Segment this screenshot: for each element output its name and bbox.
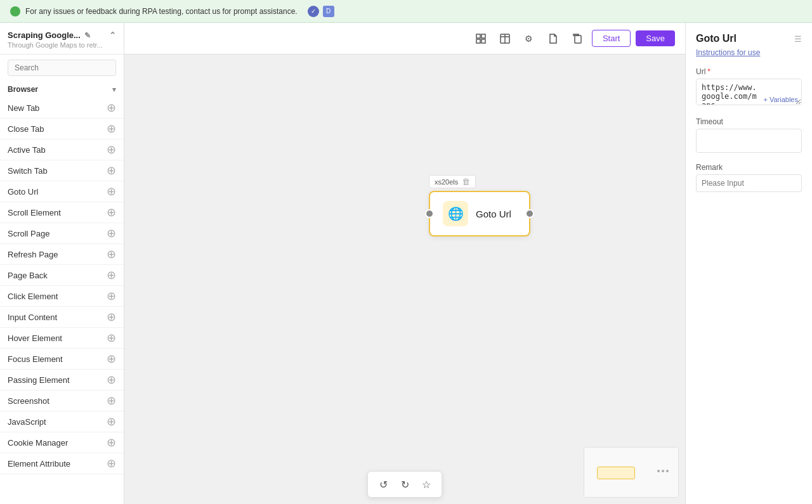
sidebar-item-label: Refresh Page [8, 250, 58, 259]
sidebar-item[interactable]: Input Content⊕ [0, 307, 124, 328]
add-item-icon[interactable]: ⊕ [107, 395, 116, 406]
node-tag: xs20els 🗑 [429, 175, 476, 188]
add-item-icon[interactable]: ⊕ [107, 353, 116, 365]
copy-icon[interactable] [568, 29, 587, 48]
grid-icon[interactable] [471, 29, 490, 48]
sidebar-item[interactable]: Focus Element⊕ [0, 349, 124, 370]
add-item-icon[interactable]: ⊕ [107, 165, 116, 176]
sidebar-item-label: Close Tab [8, 124, 44, 134]
sidebar-item-label: Focus Element [8, 354, 63, 364]
add-item-icon[interactable]: ⊕ [107, 228, 116, 239]
svg-rect-7 [575, 36, 581, 43]
sidebar-item[interactable]: Hover Element⊕ [0, 328, 124, 349]
instructions-link[interactable]: Instructions for use [696, 48, 802, 57]
settings-icon[interactable]: ⚙ [520, 29, 539, 48]
timeout-label: Timeout [696, 117, 802, 126]
sidebar-item[interactable]: Screenshot⊕ [0, 391, 124, 411]
svg-rect-2 [476, 39, 480, 43]
add-item-icon[interactable]: ⊕ [107, 144, 116, 155]
delete-icon[interactable]: 🗑 [462, 177, 470, 186]
add-item-icon[interactable]: ⊕ [107, 123, 116, 134]
sidebar-item-label: JavaScript [8, 417, 46, 427]
discord-icon: D [323, 6, 334, 17]
flow-node[interactable]: xs20els 🗑 🌐 Goto Url [429, 175, 530, 236]
canvas-bottom-toolbar: ↺ ↻ ☆ [367, 471, 442, 498]
right-panel: Goto Url ☰ Instructions for use Url * ht… [685, 23, 812, 504]
timeout-input-row: 30000 − + [696, 129, 802, 153]
sidebar-item[interactable]: Refresh Page⊕ [0, 244, 124, 265]
save-button[interactable]: Save [636, 30, 675, 46]
star-button[interactable]: ☆ [417, 475, 435, 493]
url-label: Url * [696, 67, 802, 76]
timeout-input[interactable]: 30000 [697, 132, 802, 149]
add-item-icon[interactable]: ⊕ [107, 437, 116, 448]
add-item-icon[interactable]: ⊕ [107, 269, 116, 281]
add-item-icon[interactable]: ⊕ [107, 311, 116, 323]
undo-button[interactable]: ↺ [374, 475, 392, 493]
sidebar-item[interactable]: Scroll Element⊕ [0, 202, 124, 223]
sidebar-item[interactable]: Active Tab⊕ [0, 139, 124, 160]
project-name-row: Scraping Google... ✎ ⌃ [8, 30, 116, 40]
redo-button[interactable]: ↻ [396, 475, 414, 493]
node-card[interactable]: 🌐 Goto Url [429, 191, 530, 236]
sidebar-item[interactable]: Cookie Manager⊕ [0, 432, 124, 453]
remark-label: Remark [696, 163, 802, 172]
sidebar-item[interactable]: New Tab⊕ [0, 98, 124, 119]
add-item-icon[interactable]: ⊕ [107, 102, 116, 113]
remark-input[interactable] [696, 174, 802, 192]
sidebar-item-label: Hover Element [8, 333, 62, 343]
url-field: Url * https://www.google.com/maps + Vari… [696, 67, 802, 107]
add-item-icon[interactable]: ⊕ [107, 207, 116, 218]
sidebar-item[interactable]: Element Attribute⊕ [0, 453, 124, 474]
browser-section-header[interactable]: Browser ▾ [0, 81, 124, 98]
minimap-dots [657, 470, 669, 472]
main-area: ⚙ Start Save [124, 23, 685, 504]
add-item-icon[interactable]: ⊕ [107, 374, 116, 385]
remark-field: Remark [696, 163, 802, 192]
sidebar-item[interactable]: Passing Element⊕ [0, 370, 124, 391]
search-container [0, 55, 124, 81]
sidebar-item-label: Active Tab [8, 145, 46, 155]
canvas[interactable]: xs20els 🗑 🌐 Goto Url ↺ ↻ ☆ [124, 55, 685, 504]
sidebar-item[interactable]: Page Back⊕ [0, 265, 124, 286]
sidebar-item[interactable]: Close Tab⊕ [0, 119, 124, 139]
sidebar-item-label: Scroll Page [8, 229, 49, 238]
sidebar-item-label: Screenshot [8, 396, 49, 406]
connector-right [525, 209, 534, 218]
sidebar-item-label: Click Element [8, 292, 58, 301]
edit-icon[interactable]: ✎ [84, 31, 91, 40]
node-id: xs20els [435, 178, 458, 186]
sidebar-item[interactable]: JavaScript⊕ [0, 411, 124, 432]
required-mark: * [707, 67, 710, 76]
table-icon[interactable] [495, 29, 514, 48]
add-item-icon[interactable]: ⊕ [107, 416, 116, 427]
svg-rect-3 [481, 39, 485, 43]
minimap-inner [584, 448, 678, 497]
add-item-icon[interactable]: ⊕ [107, 332, 116, 344]
sidebar-item[interactable]: Goto Url⊕ [0, 181, 124, 202]
sidebar-header: Scraping Google... ✎ ⌃ Through Google Ma… [0, 23, 124, 55]
collapse-icon[interactable]: ⌃ [109, 30, 116, 40]
add-item-icon[interactable]: ⊕ [107, 186, 116, 197]
sidebar-item-label: Goto Url [8, 187, 38, 197]
file-icon[interactable] [544, 29, 563, 48]
search-input[interactable] [8, 60, 116, 76]
svg-rect-0 [476, 34, 480, 38]
panel-header: Goto Url ☰ [696, 33, 802, 44]
sidebar-item[interactable]: Scroll Page⊕ [0, 223, 124, 244]
sidebar: Scraping Google... ✎ ⌃ Through Google Ma… [0, 23, 124, 504]
start-button[interactable]: Start [592, 30, 631, 47]
variables-button[interactable]: + Variables [763, 96, 798, 103]
add-item-icon[interactable]: ⊕ [107, 290, 116, 302]
add-item-icon[interactable]: ⊕ [107, 458, 116, 469]
sidebar-item[interactable]: Click Element⊕ [0, 286, 124, 307]
node-icon: 🌐 [443, 201, 468, 226]
sidebar-item[interactable]: Switch Tab⊕ [0, 160, 124, 181]
add-item-icon[interactable]: ⊕ [107, 249, 116, 260]
browser-section-label: Browser [8, 85, 38, 94]
sidebar-item-label: Switch Tab [8, 166, 48, 176]
connector-left [425, 209, 434, 218]
sidebar-item-label: Input Content [8, 313, 57, 322]
panel-menu-icon[interactable]: ☰ [794, 34, 802, 44]
timeout-field: Timeout 30000 − + [696, 117, 802, 153]
